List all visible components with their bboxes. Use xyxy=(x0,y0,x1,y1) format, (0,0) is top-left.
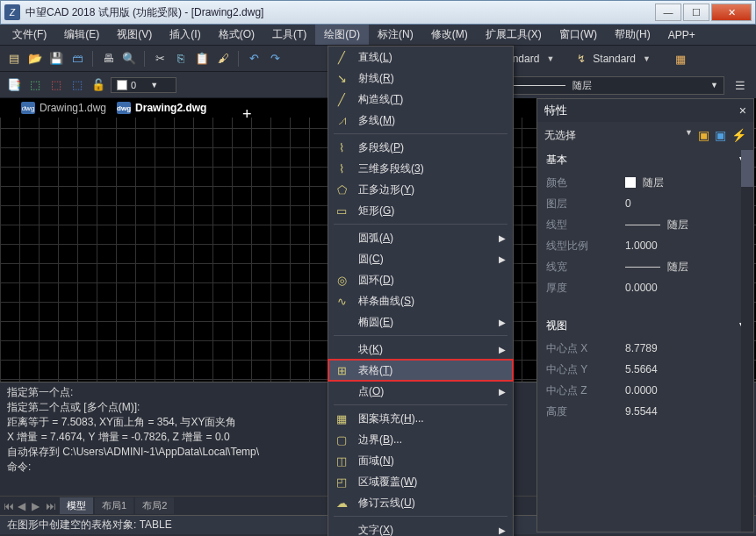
menu-窗口W[interactable]: 窗口(W) xyxy=(551,25,606,45)
minimize-button[interactable]: — xyxy=(655,4,681,21)
menu-工具T[interactable]: 工具(T) xyxy=(263,25,315,45)
draw-menu-item[interactable]: 椭圆(E)▶ xyxy=(328,311,513,332)
cut-icon[interactable]: ✂ xyxy=(151,50,169,68)
print-icon[interactable]: 🖶 xyxy=(99,50,117,68)
layer-state-icon[interactable]: ⬚ xyxy=(26,76,44,94)
draw-item-icon xyxy=(334,251,349,267)
draw-item-label: 直线(L) xyxy=(358,50,392,65)
close-button[interactable]: ✕ xyxy=(711,4,752,21)
draw-menu-item[interactable]: ◎圆环(D) xyxy=(328,269,513,290)
draw-menu-item[interactable]: ⩘多线(M) xyxy=(328,110,513,131)
draw-item-label: 正多边形(Y) xyxy=(358,182,414,197)
properties-row[interactable]: 线型随层 xyxy=(537,214,753,235)
properties-close-icon[interactable]: × xyxy=(739,104,746,118)
preview-icon[interactable]: 🔍 xyxy=(120,50,138,68)
qselect-icon[interactable]: ▣ xyxy=(698,128,709,142)
draw-menu-item[interactable]: ◰区域覆盖(W) xyxy=(328,471,513,492)
undo-icon[interactable]: ↶ xyxy=(245,50,263,68)
tab-nav-next[interactable]: ▶ xyxy=(32,500,44,512)
copy-icon[interactable]: ⎘ xyxy=(172,50,190,68)
draw-item-icon xyxy=(334,230,349,246)
menu-APP+[interactable]: APP+ xyxy=(659,26,704,44)
draw-menu-item[interactable]: ⌇多段线(P) xyxy=(328,137,513,158)
menu-扩展工具X[interactable]: 扩展工具(X) xyxy=(477,25,551,45)
save-icon[interactable]: 💾 xyxy=(47,50,65,68)
menu-绘图D[interactable]: 绘图(D) xyxy=(315,25,369,45)
draw-menu-item[interactable]: ⊞表格(T) xyxy=(328,360,513,381)
layout-tab[interactable]: 布局1 xyxy=(95,497,133,514)
draw-item-icon: ⌇ xyxy=(334,139,349,155)
menu-标注N[interactable]: 标注(N) xyxy=(369,25,422,45)
properties-section-header[interactable]: 视图▾ xyxy=(537,314,753,338)
draw-menu-item[interactable]: ▦图案填充(H)... xyxy=(328,408,513,429)
match-icon[interactable]: 🖌 xyxy=(214,50,232,68)
draw-menu-item[interactable]: ◫面域(N) xyxy=(328,450,513,471)
draw-item-label: 圆(C) xyxy=(358,252,384,267)
open-icon[interactable]: 📂 xyxy=(26,50,44,68)
draw-item-label: 表格(T) xyxy=(358,363,392,378)
draw-item-label: 点(O) xyxy=(358,384,384,399)
draw-menu-item[interactable]: ↘射线(R) xyxy=(328,68,513,89)
draw-menu-item[interactable]: ☁修订云线(U) xyxy=(328,492,513,513)
paste-icon[interactable]: 📋 xyxy=(193,50,211,68)
draw-item-label: 射线(R) xyxy=(358,71,394,86)
layer-lock-icon[interactable]: 🔓 xyxy=(90,76,107,94)
menu-文件F[interactable]: 文件(F) xyxy=(4,25,55,45)
draw-menu-item[interactable]: ╱构造线(T) xyxy=(328,89,513,110)
properties-scrollbar[interactable] xyxy=(741,150,753,532)
new-icon[interactable]: ▤ xyxy=(5,50,23,68)
properties-row[interactable]: 高度9.5544 xyxy=(537,401,753,422)
menu-格式O[interactable]: 格式(O) xyxy=(210,25,263,45)
draw-item-label: 文字(X) xyxy=(358,523,393,537)
properties-row[interactable]: 中心点 X8.7789 xyxy=(537,338,753,359)
layer-iso-icon[interactable]: ⬚ xyxy=(47,76,65,94)
properties-row[interactable]: 线型比例1.0000 xyxy=(537,235,753,256)
properties-row[interactable]: 颜色随层 xyxy=(537,172,753,193)
layer-manager-icon[interactable]: 📑 xyxy=(5,76,23,94)
quickcalc-icon[interactable]: ⚡ xyxy=(731,128,746,142)
properties-row[interactable]: 线宽随层 xyxy=(537,256,753,277)
draw-item-icon: ╱ xyxy=(334,91,349,107)
tab-nav-first[interactable]: ⏮ xyxy=(4,500,16,512)
table-style-icon[interactable]: ▦ xyxy=(672,50,689,68)
draw-menu-item[interactable]: 块(K)▶ xyxy=(328,339,513,360)
draw-menu-item[interactable]: 文字(X)▶ xyxy=(328,519,513,536)
draw-menu-item[interactable]: ⬠正多边形(Y) xyxy=(328,179,513,200)
linetype-select[interactable]: 随层 ▼ xyxy=(507,76,724,95)
saveall-icon[interactable]: 🗃 xyxy=(68,50,86,68)
tab-nav-prev[interactable]: ◀ xyxy=(18,500,30,512)
draw-menu-item[interactable]: ▭矩形(G) xyxy=(328,200,513,221)
menu-修改M[interactable]: 修改(M) xyxy=(422,25,477,45)
properties-section-header[interactable]: 基本▾ xyxy=(537,148,753,172)
draw-menu-item[interactable]: ▢边界(B)... xyxy=(328,429,513,450)
pickadd-icon[interactable]: ▣ xyxy=(715,128,726,142)
draw-menu-item[interactable]: 圆弧(A)▶ xyxy=(328,227,513,248)
properties-title: 特性 xyxy=(544,103,567,118)
properties-row[interactable]: 厚度0.0000 xyxy=(537,277,753,298)
properties-row[interactable]: 中心点 Z0.0000 xyxy=(537,380,753,401)
linetype-manager-icon[interactable]: ☰ xyxy=(731,76,749,94)
layer-select[interactable]: 0 ▼ xyxy=(111,77,176,93)
redo-icon[interactable]: ↷ xyxy=(266,50,284,68)
menu-编辑E[interactable]: 编辑(E) xyxy=(55,25,108,45)
menu-视图V[interactable]: 视图(V) xyxy=(108,25,161,45)
draw-menu-item[interactable]: ∿样条曲线(S) xyxy=(328,290,513,311)
maximize-button[interactable]: ☐ xyxy=(683,4,709,21)
tab-nav-last[interactable]: ⏭ xyxy=(46,500,58,512)
properties-row[interactable]: 中心点 Y5.5664 xyxy=(537,359,753,380)
draw-item-icon: ◎ xyxy=(334,272,349,288)
doc-tab[interactable]: dwgDrawing2.dwg xyxy=(117,102,206,114)
menu-插入I[interactable]: 插入(I) xyxy=(161,25,209,45)
draw-menu-item[interactable]: ⌇三维多段线(3) xyxy=(328,158,513,179)
draw-item-icon: ⩘ xyxy=(334,112,349,128)
menu-帮助H[interactable]: 帮助(H) xyxy=(606,25,659,45)
doc-tab[interactable]: dwgDrawing1.dwg xyxy=(21,102,106,114)
draw-menu-item[interactable]: 圆(C)▶ xyxy=(328,248,513,269)
layout-tab[interactable]: 布局2 xyxy=(135,497,174,514)
draw-menu-item[interactable]: ╱直线(L) xyxy=(328,46,513,68)
properties-row[interactable]: 图层0 xyxy=(537,193,753,214)
draw-menu-item[interactable]: 点(O)▶ xyxy=(328,381,513,402)
layout-tab[interactable]: 模型 xyxy=(60,497,93,514)
layer-freeze-icon[interactable]: ⬚ xyxy=(68,76,86,94)
submenu-arrow-icon: ▶ xyxy=(499,345,506,354)
